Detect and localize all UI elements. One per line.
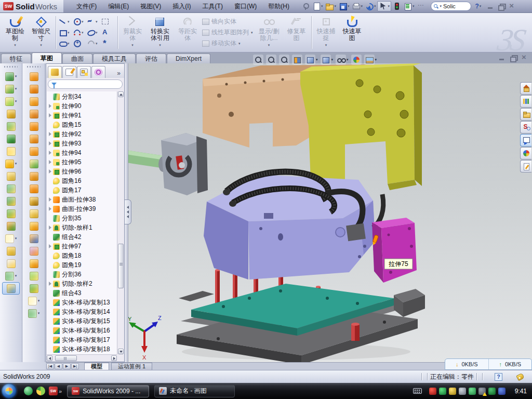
smart-dimension-dropdown-icon[interactable]: ▾ xyxy=(40,42,42,48)
panel-collapse-handle[interactable] xyxy=(125,200,131,224)
tree-vertical-scrollbar[interactable] xyxy=(117,91,124,354)
extruded-cut-icon-caret[interactable]: ▾ xyxy=(15,87,17,91)
sketch-button[interactable]: 草图绘 制 ▾ xyxy=(2,14,28,51)
file-explorer-icon[interactable] xyxy=(520,108,531,121)
tree-item[interactable]: 分割35 xyxy=(47,214,117,223)
apply-scene-icon-caret[interactable]: ▾ xyxy=(375,58,377,62)
parting-line-icon[interactable] xyxy=(23,232,45,245)
search-input[interactable] xyxy=(443,3,466,9)
convert-dropdown-icon[interactable]: ▾ xyxy=(159,42,161,48)
move-copy-body-icon[interactable] xyxy=(0,220,22,232)
tab-nav-first-button[interactable]: |◀ xyxy=(46,363,54,369)
minimize-button[interactable] xyxy=(487,4,494,9)
network-speed-overlay[interactable]: 0KB/S 0KB/S xyxy=(445,358,532,370)
fillet-surface-icon[interactable] xyxy=(23,157,45,170)
draft-analysis-icon[interactable] xyxy=(23,270,45,282)
tree-filter-box[interactable] xyxy=(48,79,123,89)
tray-network-warning-icon[interactable] xyxy=(478,388,486,395)
curve-icon[interactable]: ▾ xyxy=(0,270,22,282)
sketch-dropdown-icon[interactable]: ▾ xyxy=(14,42,16,48)
combine-icon[interactable] xyxy=(0,207,22,220)
planar-surface-icon[interactable] xyxy=(23,145,45,157)
tree-item[interactable]: 分割36 xyxy=(47,270,117,279)
tree-item[interactable]: 实体-移动/复制16 xyxy=(47,326,117,335)
linear-sketch-pattern-button[interactable]: 线性草图阵列 ▾ xyxy=(202,28,253,37)
select-icon[interactable]: ▾ xyxy=(377,1,391,11)
tab-特征[interactable]: 特征 xyxy=(1,54,31,63)
print-icon[interactable]: ▾ xyxy=(351,2,364,11)
tab-曲面[interactable]: 曲面 xyxy=(62,54,92,63)
search-box[interactable]: ▾ xyxy=(431,2,471,11)
tree-item[interactable]: 拉伸91 xyxy=(47,111,117,120)
help-button[interactable]: ? xyxy=(475,3,479,10)
tray-security-icon[interactable] xyxy=(439,388,446,395)
point-icon[interactable] xyxy=(101,38,115,49)
toolbar-grip[interactable] xyxy=(27,65,41,69)
smart-dimension-button[interactable]: 智能尺 寸 ▾ xyxy=(28,14,54,51)
tray-badge-icon[interactable] xyxy=(449,388,456,395)
quick-snaps-button[interactable]: 快速捕 捉 ▾ xyxy=(313,14,339,51)
sketch-fillet-icon-caret[interactable]: ▾ xyxy=(96,42,98,46)
rebuild-traffic-icon[interactable] xyxy=(392,2,402,11)
knit-surface-icon[interactable] xyxy=(23,170,45,182)
model-3d-view[interactable]: 拉伸75 Y Z X xyxy=(125,63,532,362)
configurationmanager-tab[interactable] xyxy=(77,66,91,78)
spline-icon-caret[interactable]: ▾ xyxy=(96,20,98,24)
mold-point-icon-caret[interactable]: ▾ xyxy=(38,299,40,303)
design-library-icon[interactable] xyxy=(520,95,531,108)
save-icon-caret[interactable]: ▾ xyxy=(348,4,350,8)
taskbar-button-paint[interactable]: 未命名 - 画图 xyxy=(154,385,235,397)
tag-icon[interactable] xyxy=(516,373,525,381)
close-button[interactable] xyxy=(509,4,515,9)
menu-item[interactable]: 工具(T) xyxy=(197,1,229,12)
rectangle-icon[interactable]: ▾ xyxy=(59,27,73,38)
help-caret-icon[interactable]: ▾ xyxy=(480,4,482,8)
radiate-surface-icon[interactable] xyxy=(23,120,45,132)
new-file-icon[interactable]: ▾ xyxy=(311,2,324,11)
scroll-up-arrow[interactable] xyxy=(118,91,124,97)
tree-item[interactable]: 实体-移动/复制17 xyxy=(47,335,117,344)
expand-arrow-icon[interactable] xyxy=(49,282,51,286)
expand-arrow-icon[interactable] xyxy=(49,225,51,230)
tab-nav-prev-button[interactable]: ◀ xyxy=(55,363,62,369)
split-part-icon[interactable] xyxy=(0,195,22,207)
display-delete-dropdown-icon[interactable]: ▾ xyxy=(268,42,270,48)
ellipse-icon-caret[interactable]: ▾ xyxy=(96,31,98,35)
move-entities-dropdown-icon[interactable]: ▾ xyxy=(238,42,241,46)
reference-plane-icon[interactable] xyxy=(0,245,22,257)
select-box-icon[interactable] xyxy=(101,16,115,27)
display-style-icon-caret[interactable]: ▾ xyxy=(331,58,334,62)
repair-sketch-button[interactable]: 修复草 图 xyxy=(284,14,310,51)
zoom-area-icon[interactable] xyxy=(266,55,276,65)
edit-appearance-icon[interactable] xyxy=(351,55,362,65)
hide-show-items-icon[interactable]: ▾ xyxy=(336,55,349,65)
ellipse-icon[interactable]: ▾ xyxy=(87,27,101,38)
sw-search-icon[interactable] xyxy=(520,121,531,134)
options-icon[interactable]: ▾ xyxy=(403,2,416,11)
shut-off-surface-icon[interactable] xyxy=(23,195,45,207)
tree-item[interactable]: 组合43 xyxy=(47,288,117,298)
tree-item[interactable]: 切除-放样1 xyxy=(47,223,117,232)
line-icon-caret[interactable]: ▾ xyxy=(68,20,70,24)
tree-item[interactable]: 圆角19 xyxy=(47,260,117,270)
tree-item[interactable]: 拉伸95 xyxy=(47,157,117,167)
extruded-boss-icon[interactable]: ▾ xyxy=(0,70,22,83)
tray-shield-plus-icon[interactable] xyxy=(488,388,496,395)
tree-item[interactable]: 拉伸92 xyxy=(47,129,117,139)
display-style-icon[interactable]: ▾ xyxy=(321,55,334,65)
offset-surface-icon[interactable] xyxy=(23,132,45,145)
doc-restore-button[interactable] xyxy=(510,55,516,61)
zoom-selection-icon[interactable] xyxy=(279,55,289,65)
quicklaunch-messenger-icon[interactable] xyxy=(24,387,33,395)
restore-button[interactable] xyxy=(498,4,504,9)
mold-curve-icon-caret[interactable]: ▾ xyxy=(38,311,40,315)
display-delete-relations-button[interactable]: 显示/删 除几... ▾ xyxy=(255,14,284,51)
tree-item[interactable]: 切除-放样2 xyxy=(47,279,117,288)
core-icon[interactable] xyxy=(23,282,45,295)
mold-curve-icon[interactable]: ▾ xyxy=(23,307,45,320)
extruded-boss-icon-caret[interactable]: ▾ xyxy=(15,74,17,78)
linear-pattern-icon[interactable]: ▾ xyxy=(0,157,22,170)
trim-entities-button[interactable]: 剪裁实 体 ▾ xyxy=(119,14,145,51)
menu-item[interactable]: 视图(V) xyxy=(135,1,167,12)
options-icon-caret[interactable]: ▾ xyxy=(413,4,415,8)
